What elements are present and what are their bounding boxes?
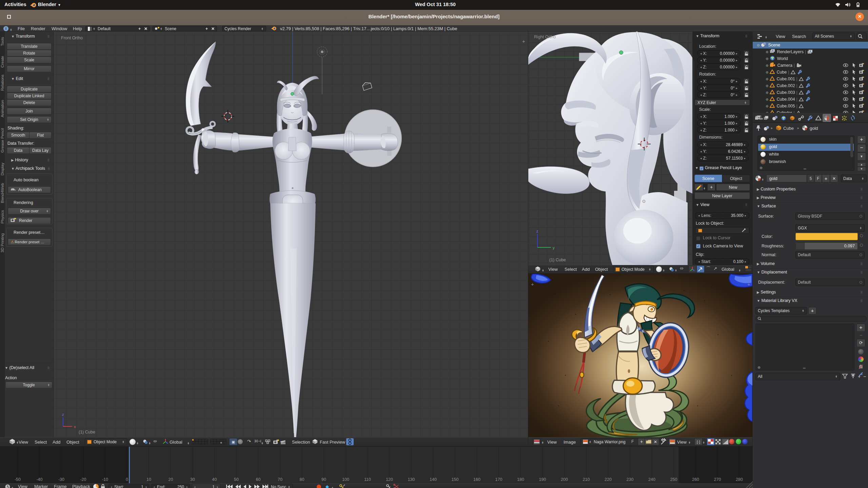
svg-text:x: x [74,425,76,429]
svg-text:Right Ortho: Right Ortho [534,35,556,39]
svg-text:z: z [536,229,538,233]
svg-text:y: y [553,246,555,250]
svg-text:+: + [747,281,750,287]
svg-text:Front Ortho: Front Ortho [61,36,83,40]
svg-text:(1) Cube: (1) Cube [549,258,566,262]
svg-text:+: + [531,281,534,287]
svg-text:(1) Cube: (1) Cube [79,430,95,434]
svg-text:z: z [62,412,64,416]
